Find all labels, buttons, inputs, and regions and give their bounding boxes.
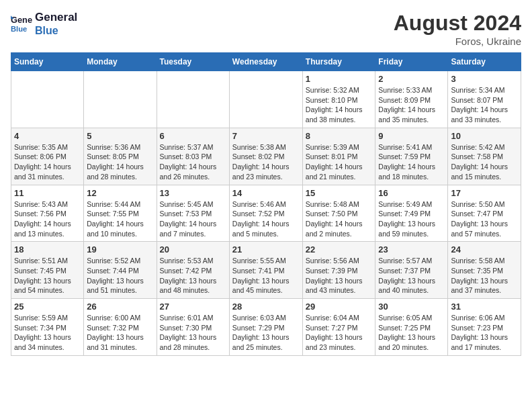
calendar-cell: 8Sunrise: 5:39 AMSunset: 8:01 PMDaylight…: [302, 128, 375, 185]
calendar-cell: 28Sunrise: 6:03 AMSunset: 7:29 PMDayligh…: [229, 299, 302, 356]
day-number: 11: [14, 188, 81, 198]
day-info: Sunrise: 5:49 AMSunset: 7:49 PMDaylight:…: [378, 199, 445, 239]
calendar-cell: 3Sunrise: 5:34 AMSunset: 8:07 PMDaylight…: [448, 71, 521, 128]
day-info: Sunrise: 5:34 AMSunset: 8:07 PMDaylight:…: [451, 85, 518, 125]
weekday-header: Sunday: [11, 53, 84, 71]
calendar-cell: 11Sunrise: 5:43 AMSunset: 7:56 PMDayligh…: [11, 185, 84, 242]
day-number: 3: [451, 74, 518, 84]
calendar-cell: 4Sunrise: 5:35 AMSunset: 8:06 PMDaylight…: [11, 128, 84, 185]
day-number: 18: [14, 244, 81, 255]
calendar-cell: 10Sunrise: 5:42 AMSunset: 7:58 PMDayligh…: [448, 128, 521, 185]
location: Foros, Ukraine: [394, 36, 521, 47]
day-info: Sunrise: 5:45 AMSunset: 7:53 PMDaylight:…: [160, 199, 226, 239]
day-number: 5: [87, 131, 153, 141]
day-number: 8: [306, 131, 373, 141]
calendar-cell: 31Sunrise: 6:06 AMSunset: 7:23 PMDayligh…: [448, 299, 521, 356]
svg-text:Blue: Blue: [11, 25, 27, 33]
day-info: Sunrise: 5:57 AMSunset: 7:37 PMDaylight:…: [378, 256, 445, 295]
weekday-header: Monday: [84, 53, 157, 71]
day-info: Sunrise: 6:00 AMSunset: 7:32 PMDaylight:…: [87, 313, 153, 353]
day-number: 10: [451, 131, 518, 141]
calendar-cell: 23Sunrise: 5:57 AMSunset: 7:37 PMDayligh…: [375, 242, 448, 299]
calendar-cell: 22Sunrise: 5:56 AMSunset: 7:39 PMDayligh…: [302, 242, 375, 299]
day-info: Sunrise: 5:55 AMSunset: 7:41 PMDaylight:…: [232, 256, 300, 295]
day-info: Sunrise: 5:50 AMSunset: 7:47 PMDaylight:…: [451, 199, 518, 239]
calendar-cell: 25Sunrise: 5:59 AMSunset: 7:34 PMDayligh…: [11, 299, 84, 356]
logo: General Blue General Blue: [11, 11, 77, 38]
day-number: 16: [378, 188, 445, 198]
day-number: 4: [14, 131, 81, 141]
day-number: 7: [232, 131, 300, 141]
day-info: Sunrise: 6:04 AMSunset: 7:27 PMDaylight:…: [306, 313, 373, 353]
calendar-cell: 17Sunrise: 5:50 AMSunset: 7:47 PMDayligh…: [448, 185, 521, 242]
day-info: Sunrise: 5:43 AMSunset: 7:56 PMDaylight:…: [14, 199, 81, 239]
calendar-cell: 30Sunrise: 6:05 AMSunset: 7:25 PMDayligh…: [375, 299, 448, 356]
day-info: Sunrise: 5:53 AMSunset: 7:42 PMDaylight:…: [160, 256, 226, 295]
calendar-cell: 24Sunrise: 5:58 AMSunset: 7:35 PMDayligh…: [448, 242, 521, 299]
day-number: 30: [378, 302, 445, 312]
calendar-cell: 9Sunrise: 5:41 AMSunset: 7:59 PMDaylight…: [375, 128, 448, 185]
logo-blue: Blue: [35, 24, 77, 37]
day-number: 28: [232, 302, 300, 312]
calendar-cell: [11, 71, 84, 128]
day-info: Sunrise: 5:41 AMSunset: 7:59 PMDaylight:…: [378, 142, 445, 182]
day-info: Sunrise: 6:05 AMSunset: 7:25 PMDaylight:…: [378, 313, 445, 353]
day-info: Sunrise: 5:38 AMSunset: 8:02 PMDaylight:…: [232, 142, 300, 182]
month-year: August 2024: [394, 11, 521, 36]
calendar-cell: 18Sunrise: 5:51 AMSunset: 7:45 PMDayligh…: [11, 242, 84, 299]
day-number: 9: [378, 131, 445, 141]
day-number: 31: [451, 302, 518, 312]
calendar-cell: 2Sunrise: 5:33 AMSunset: 8:09 PMDaylight…: [375, 71, 448, 128]
day-info: Sunrise: 5:44 AMSunset: 7:55 PMDaylight:…: [87, 199, 153, 239]
calendar-cell: 15Sunrise: 5:48 AMSunset: 7:50 PMDayligh…: [302, 185, 375, 242]
day-info: Sunrise: 6:03 AMSunset: 7:29 PMDaylight:…: [232, 313, 300, 353]
day-info: Sunrise: 5:51 AMSunset: 7:45 PMDaylight:…: [14, 256, 81, 295]
day-info: Sunrise: 5:46 AMSunset: 7:52 PMDaylight:…: [232, 199, 300, 239]
logo-icon: General Blue: [11, 13, 32, 35]
day-number: 14: [232, 188, 300, 198]
day-info: Sunrise: 5:36 AMSunset: 8:05 PMDaylight:…: [87, 142, 153, 182]
day-info: Sunrise: 5:56 AMSunset: 7:39 PMDaylight:…: [306, 256, 373, 295]
calendar-table: SundayMondayTuesdayWednesdayThursdayFrid…: [11, 52, 521, 356]
day-number: 26: [87, 302, 153, 312]
calendar-cell: 29Sunrise: 6:04 AMSunset: 7:27 PMDayligh…: [302, 299, 375, 356]
day-info: Sunrise: 5:42 AMSunset: 7:58 PMDaylight:…: [451, 142, 518, 182]
calendar-cell: 20Sunrise: 5:53 AMSunset: 7:42 PMDayligh…: [157, 242, 229, 299]
calendar-cell: 26Sunrise: 6:00 AMSunset: 7:32 PMDayligh…: [84, 299, 157, 356]
calendar-cell: 27Sunrise: 6:01 AMSunset: 7:30 PMDayligh…: [157, 299, 229, 356]
day-number: 2: [378, 74, 445, 84]
day-info: Sunrise: 5:39 AMSunset: 8:01 PMDaylight:…: [306, 142, 373, 182]
day-number: 12: [87, 188, 153, 198]
day-info: Sunrise: 6:01 AMSunset: 7:30 PMDaylight:…: [160, 313, 226, 353]
day-number: 19: [87, 244, 153, 255]
calendar-cell: 14Sunrise: 5:46 AMSunset: 7:52 PMDayligh…: [229, 185, 302, 242]
weekday-header: Thursday: [302, 53, 375, 71]
calendar-cell: [157, 71, 229, 128]
day-number: 17: [451, 188, 518, 198]
calendar-cell: 13Sunrise: 5:45 AMSunset: 7:53 PMDayligh…: [157, 185, 229, 242]
calendar-cell: 16Sunrise: 5:49 AMSunset: 7:49 PMDayligh…: [375, 185, 448, 242]
day-number: 6: [160, 131, 226, 141]
day-number: 24: [451, 244, 518, 255]
day-number: 20: [160, 244, 226, 255]
day-info: Sunrise: 5:48 AMSunset: 7:50 PMDaylight:…: [306, 199, 373, 239]
day-info: Sunrise: 5:59 AMSunset: 7:34 PMDaylight:…: [14, 313, 81, 353]
day-number: 15: [306, 188, 373, 198]
svg-text:General: General: [11, 15, 32, 25]
day-number: 23: [378, 244, 445, 255]
calendar-cell: [84, 71, 157, 128]
day-info: Sunrise: 6:06 AMSunset: 7:23 PMDaylight:…: [451, 313, 518, 353]
calendar-cell: 21Sunrise: 5:55 AMSunset: 7:41 PMDayligh…: [229, 242, 302, 299]
day-info: Sunrise: 5:58 AMSunset: 7:35 PMDaylight:…: [451, 256, 518, 295]
day-number: 27: [160, 302, 226, 312]
weekday-header: Wednesday: [229, 53, 302, 71]
day-info: Sunrise: 5:33 AMSunset: 8:09 PMDaylight:…: [378, 85, 445, 125]
day-info: Sunrise: 5:35 AMSunset: 8:06 PMDaylight:…: [14, 142, 81, 182]
day-number: 21: [232, 244, 300, 255]
day-info: Sunrise: 5:37 AMSunset: 8:03 PMDaylight:…: [160, 142, 226, 182]
weekday-header: Friday: [375, 53, 448, 71]
day-number: 22: [306, 244, 373, 255]
day-info: Sunrise: 5:32 AMSunset: 8:10 PMDaylight:…: [306, 85, 373, 125]
calendar-cell: 1Sunrise: 5:32 AMSunset: 8:10 PMDaylight…: [302, 71, 375, 128]
calendar-cell: 19Sunrise: 5:52 AMSunset: 7:44 PMDayligh…: [84, 242, 157, 299]
